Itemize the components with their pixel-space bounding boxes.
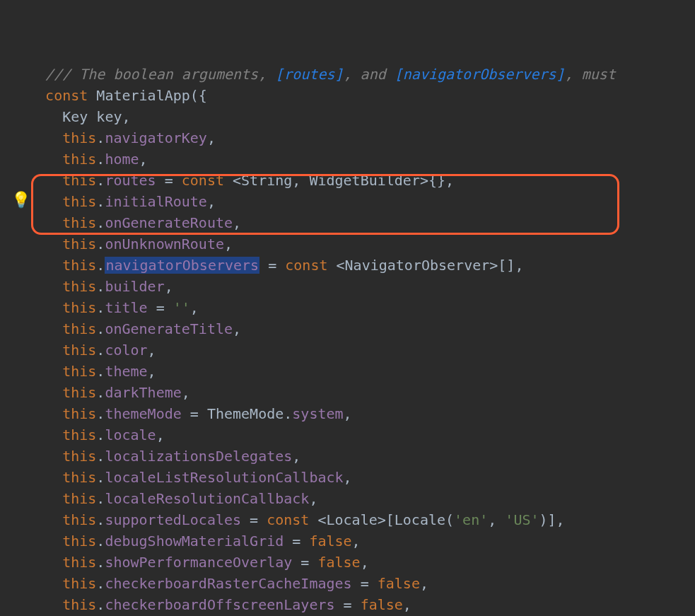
code-token: , — [488, 511, 505, 528]
code-line[interactable]: /// The boolean arguments, [routes], and… — [28, 64, 695, 85]
code-token: this — [62, 533, 96, 550]
code-token: , — [148, 363, 156, 380]
code-line[interactable]: this.localeListResolutionCallback, — [28, 467, 695, 488]
code-line[interactable]: this.navigatorObservers = const <Navigat… — [28, 255, 695, 276]
indent — [28, 87, 45, 104]
code-token: , — [233, 320, 241, 337]
code-area[interactable]: /// The boolean arguments, [routes], and… — [0, 64, 695, 616]
code-line[interactable]: this.home, — [28, 149, 695, 170]
code-token: this — [62, 257, 96, 274]
code-token: , — [190, 299, 199, 316]
code-token: , — [148, 342, 156, 359]
code-editor[interactable]: 💡 /// The boolean arguments, [routes], a… — [0, 0, 695, 616]
code-line[interactable]: this.theme, — [28, 361, 695, 382]
indent — [28, 363, 62, 380]
code-token: . — [96, 299, 105, 316]
code-token: , — [344, 405, 352, 422]
code-token: builder — [105, 278, 164, 295]
code-token: this — [62, 448, 96, 465]
code-line[interactable]: this.debugShowMaterialGrid = false, — [28, 530, 695, 552]
indent — [28, 320, 62, 337]
code-token: locale — [105, 426, 156, 443]
code-token: this — [62, 596, 96, 613]
indent — [28, 469, 62, 486]
code-token: this — [62, 278, 96, 295]
code-token: navigatorKey — [105, 129, 207, 146]
indent — [28, 66, 45, 83]
code-line[interactable]: this.initialRoute, — [28, 191, 695, 212]
code-line[interactable]: this.color, — [28, 339, 695, 361]
code-token: = — [148, 299, 173, 316]
indent — [28, 129, 62, 146]
code-token: this — [62, 469, 96, 486]
code-token: [navigatorObservers] — [395, 66, 565, 83]
code-token: . — [284, 405, 292, 422]
indent — [28, 342, 62, 359]
code-token: , — [515, 257, 523, 274]
code-line[interactable]: this.checkerboardOffscreenLayers = false… — [28, 594, 695, 615]
code-token: . — [96, 575, 105, 592]
code-token: this — [62, 511, 96, 528]
code-token: ({ — [190, 87, 207, 104]
indent — [28, 214, 62, 231]
code-token: = — [241, 511, 267, 528]
code-token: this — [62, 363, 96, 380]
code-line[interactable]: this.title = '', — [28, 297, 695, 318]
code-token: system — [292, 405, 343, 422]
code-token: . — [96, 448, 105, 465]
indent — [28, 257, 62, 274]
code-token: const — [182, 172, 233, 189]
code-line[interactable]: this.locale, — [28, 424, 695, 446]
code-token: false — [317, 554, 360, 571]
code-line[interactable]: this.onGenerateTitle, — [28, 318, 695, 339]
code-token: this — [62, 342, 96, 359]
code-line[interactable]: this.navigatorKey, — [28, 127, 695, 149]
code-line[interactable]: this.themeMode = ThemeMode.system, — [28, 403, 695, 424]
code-token: , — [233, 214, 241, 231]
code-token: , — [420, 575, 428, 592]
code-line[interactable]: this.localeResolutionCallback, — [28, 488, 695, 509]
indent — [28, 193, 62, 210]
code-token: , — [403, 596, 411, 613]
code-token: <NavigatorObserver>[] — [337, 257, 515, 274]
code-token: ThemeMode — [207, 405, 284, 422]
code-token: this — [62, 426, 96, 443]
code-token: this — [62, 320, 96, 337]
indent — [28, 151, 62, 168]
code-line[interactable]: this.darkTheme, — [28, 382, 695, 403]
code-line[interactable]: const MaterialApp({ — [28, 85, 695, 106]
indent — [28, 596, 62, 613]
code-token: , — [224, 236, 233, 252]
code-line[interactable]: this.checkerboardRasterCacheImages = fal… — [28, 573, 695, 594]
code-token: , — [292, 448, 300, 465]
code-token: = — [335, 596, 361, 613]
code-line[interactable]: this.onGenerateRoute, — [28, 212, 695, 233]
code-token: , — [352, 533, 361, 550]
code-token: supportedLocales — [105, 511, 241, 528]
code-token: . — [96, 193, 105, 210]
code-token: , — [207, 129, 216, 146]
code-line[interactable]: this.routes = const <String, WidgetBuild… — [28, 170, 695, 191]
code-token: , must — [565, 66, 616, 83]
code-line[interactable]: this.supportedLocales = const <Locale>[L… — [28, 509, 695, 530]
code-token: . — [96, 278, 105, 295]
code-token: '' — [173, 299, 190, 316]
code-token: showPerformanceOverlay — [105, 554, 292, 571]
code-token: this — [62, 490, 96, 507]
code-line[interactable]: this.builder, — [28, 276, 695, 297]
code-token: false — [378, 575, 420, 592]
code-token: . — [96, 469, 105, 486]
code-token: . — [96, 214, 105, 231]
code-token: . — [96, 363, 105, 380]
code-line[interactable]: this.showPerformanceOverlay = false, — [28, 552, 695, 573]
code-token: . — [96, 426, 105, 443]
code-token: false — [361, 596, 403, 613]
code-token: . — [96, 596, 105, 613]
indent — [28, 384, 62, 401]
code-token: this — [62, 299, 96, 316]
code-line[interactable]: this.localizationsDelegates, — [28, 446, 695, 467]
code-token: , — [309, 490, 317, 507]
code-line[interactable]: Key key, — [28, 106, 695, 127]
code-token: color — [105, 342, 147, 359]
code-line[interactable]: this.onUnknownRoute, — [28, 233, 695, 255]
